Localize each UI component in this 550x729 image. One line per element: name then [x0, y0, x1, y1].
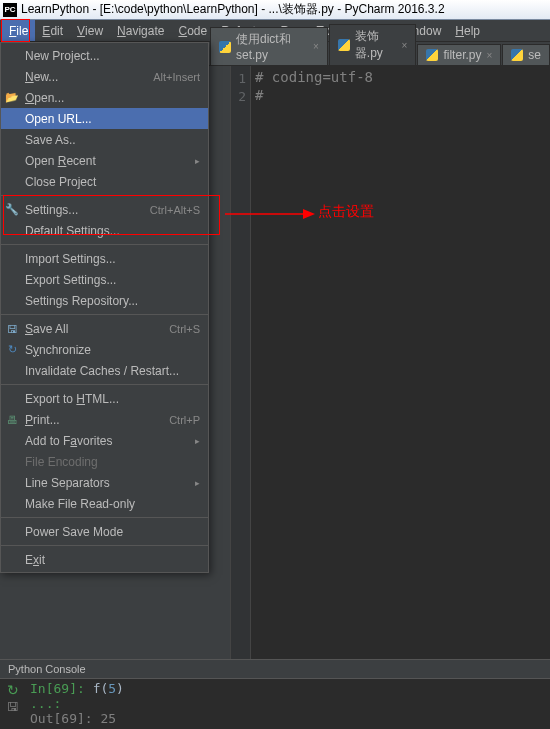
code-line: # — [255, 87, 373, 105]
menu-file[interactable]: File — [2, 20, 35, 41]
menu-item-label: Synchronize — [25, 343, 200, 357]
menu-item-settings[interactable]: 🔧Settings...Ctrl+Alt+S — [1, 199, 208, 220]
code-text[interactable]: # coding=utf-8# — [255, 69, 373, 105]
menu-item-line-separators[interactable]: Line Separators▸ — [1, 472, 208, 493]
menu-item-close-project[interactable]: Close Project — [1, 171, 208, 192]
close-icon[interactable]: × — [313, 41, 319, 52]
app-logo: PC — [3, 3, 17, 17]
console-save-icon[interactable]: 🖫 — [7, 700, 21, 714]
tab-label: filter.py — [443, 48, 481, 62]
print-icon: 🖶 — [5, 413, 19, 427]
menu-item-label: Exit — [25, 553, 200, 567]
menu-separator — [1, 195, 208, 196]
python-file-icon — [338, 39, 350, 51]
console-toolbar: ↻ 🖫 — [0, 679, 28, 726]
menu-code[interactable]: Code — [171, 20, 214, 41]
line-number: 1 — [231, 69, 250, 87]
menu-item-exit[interactable]: Exit — [1, 549, 208, 570]
file-menu-dropdown: New Project...New...Alt+Insert📂Open...Op… — [0, 42, 209, 573]
menu-item-synchronize[interactable]: ↻Synchronize — [1, 339, 208, 360]
menu-item-label: Import Settings... — [25, 252, 200, 266]
console-out: Out[69]: 25 — [30, 711, 124, 726]
menu-item-label: Open Recent — [25, 154, 195, 168]
window-titlebar: PC LearnPython - [E:\code\python\LearnPy… — [0, 0, 550, 20]
menu-separator — [1, 545, 208, 546]
menu-separator — [1, 384, 208, 385]
menu-item-label: Make File Read-only — [25, 497, 200, 511]
menu-navigate[interactable]: Navigate — [110, 20, 171, 41]
menu-item-label: Line Separators — [25, 476, 195, 490]
menu-item-import-settings[interactable]: Import Settings... — [1, 248, 208, 269]
menu-item-label: Export to HTML... — [25, 392, 200, 406]
submenu-arrow-icon: ▸ — [195, 478, 200, 488]
menu-item-label: Close Project — [25, 175, 200, 189]
tab-label: 使用dict和set.py — [236, 31, 308, 62]
close-icon[interactable]: × — [402, 40, 408, 51]
code-line: # coding=utf-8 — [255, 69, 373, 87]
menu-item-invalidate-caches-restart[interactable]: Invalidate Caches / Restart... — [1, 360, 208, 381]
menu-item-export-settings[interactable]: Export Settings... — [1, 269, 208, 290]
menu-item-print[interactable]: 🖶Print...Ctrl+P — [1, 409, 208, 430]
editor-tab[interactable]: filter.py× — [417, 44, 501, 65]
disk-icon: 🖫 — [5, 322, 19, 336]
menu-item-label: Settings... — [25, 203, 150, 217]
menu-item-label: Settings Repository... — [25, 294, 200, 308]
console-output[interactable]: In[69]: f(5) ...: Out[69]: 25 — [28, 679, 124, 726]
menu-item-make-file-read-only[interactable]: Make File Read-only — [1, 493, 208, 514]
menu-item-label: Save As.. — [25, 133, 200, 147]
wrench-icon: 🔧 — [5, 203, 19, 217]
menu-item-label: Save All — [25, 322, 169, 336]
line-gutter: 12 — [231, 66, 251, 659]
menu-item-label: Open... — [25, 91, 200, 105]
menu-item-label: Default Settings... — [25, 224, 200, 238]
menu-separator — [1, 517, 208, 518]
menu-item-save-as[interactable]: Save As.. — [1, 129, 208, 150]
python-file-icon — [511, 49, 523, 61]
menu-shortcut: Ctrl+P — [169, 414, 200, 426]
annotation-text: 点击设置 — [318, 203, 374, 221]
menu-item-power-save-mode[interactable]: Power Save Mode — [1, 521, 208, 542]
menu-item-settings-repository[interactable]: Settings Repository... — [1, 290, 208, 311]
menu-item-add-to-favorites[interactable]: Add to Favorites▸ — [1, 430, 208, 451]
python-console: Python Console ↻ 🖫 In[69]: f(5) ...: Out… — [0, 659, 550, 729]
editor-tab[interactable]: 装饰器.py× — [329, 24, 417, 65]
menu-item-file-encoding: File Encoding — [1, 451, 208, 472]
menu-shortcut: Ctrl+Alt+S — [150, 204, 200, 216]
menu-separator — [1, 244, 208, 245]
menu-item-label: Power Save Mode — [25, 525, 200, 539]
menu-item-label: Add to Favorites — [25, 434, 195, 448]
sync-icon: ↻ — [5, 343, 19, 357]
tab-label: se — [528, 48, 541, 62]
console-tab-label[interactable]: Python Console — [0, 660, 550, 679]
menu-item-label: File Encoding — [25, 455, 200, 469]
line-number: 2 — [231, 87, 250, 105]
menu-help[interactable]: Help — [448, 20, 487, 41]
submenu-arrow-icon: ▸ — [195, 436, 200, 446]
menu-shortcut: Ctrl+S — [169, 323, 200, 335]
menu-item-default-settings[interactable]: Default Settings... — [1, 220, 208, 241]
menu-item-open-recent[interactable]: Open Recent▸ — [1, 150, 208, 171]
console-continuation: ...: — [30, 696, 124, 711]
menu-item-new[interactable]: New...Alt+Insert — [1, 66, 208, 87]
menu-item-label: Export Settings... — [25, 273, 200, 287]
menu-view[interactable]: View — [70, 20, 110, 41]
menu-shortcut: Alt+Insert — [153, 71, 200, 83]
menu-item-label: New... — [25, 70, 153, 84]
menu-edit[interactable]: Edit — [35, 20, 70, 41]
editor-tab[interactable]: 使用dict和set.py× — [210, 27, 328, 65]
rerun-icon[interactable]: ↻ — [7, 682, 21, 696]
menu-item-open-url[interactable]: Open URL... — [1, 108, 208, 129]
tab-label: 装饰器.py — [355, 28, 397, 62]
menu-item-export-to-html[interactable]: Export to HTML... — [1, 388, 208, 409]
menu-item-label: Invalidate Caches / Restart... — [25, 364, 200, 378]
close-icon[interactable]: × — [486, 50, 492, 61]
menu-item-label: Print... — [25, 413, 169, 427]
menu-item-save-all[interactable]: 🖫Save AllCtrl+S — [1, 318, 208, 339]
menu-separator — [1, 314, 208, 315]
menu-item-open[interactable]: 📂Open... — [1, 87, 208, 108]
folder-icon: 📂 — [5, 91, 19, 105]
python-file-icon — [426, 49, 438, 61]
menu-item-new-project[interactable]: New Project... — [1, 45, 208, 66]
editor-tab[interactable]: se — [502, 44, 550, 65]
menu-item-label: New Project... — [25, 49, 200, 63]
